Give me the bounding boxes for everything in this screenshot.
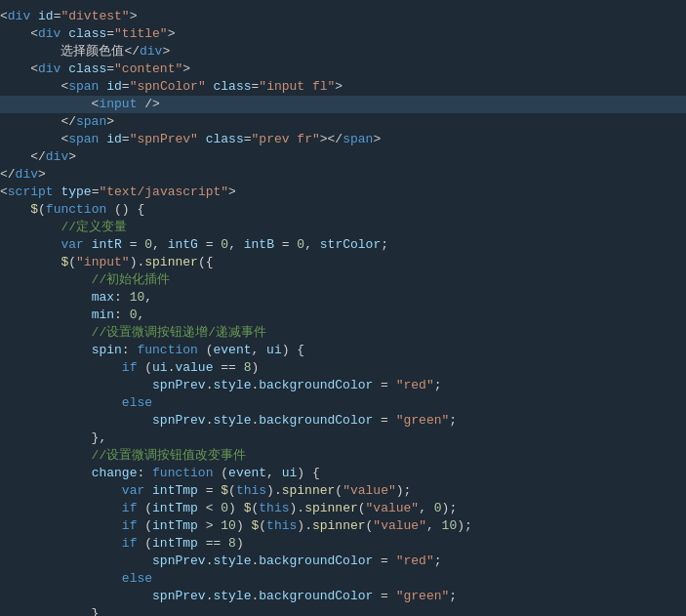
code-text: ( [228, 482, 236, 500]
code-line-12: $(function () { [0, 201, 686, 219]
code-text: style [213, 412, 251, 430]
code-line-15: $("input").spinner({ [0, 254, 686, 271]
code-text: . [206, 553, 214, 570]
code-text: backgroundColor [259, 377, 373, 394]
code-line-29: if (intTmp < 0) $(this).spinner("value",… [0, 500, 686, 517]
code-text: "spnPrev" [130, 131, 198, 148]
code-line-21: if (ui.value == 8) [0, 359, 686, 377]
code-text: style [213, 588, 251, 605]
code-text: id [106, 78, 122, 96]
code-text: = [122, 131, 130, 148]
code-text [206, 78, 214, 96]
code-text: , [137, 307, 144, 324]
code-text: /> [137, 96, 159, 113]
code-text: ui [152, 359, 168, 377]
code-text: this [259, 500, 289, 517]
code-text: = [252, 78, 260, 96]
code-text: = [92, 184, 100, 201]
code-text: ; [449, 412, 457, 430]
code-text [0, 289, 92, 307]
code-text: "green" [396, 412, 450, 430]
code-text: > [106, 113, 114, 131]
code-text: : [114, 289, 130, 307]
code-text: > [38, 166, 46, 184]
code-text: . [206, 377, 214, 394]
code-text: else [122, 570, 152, 588]
code-text: ({ [198, 254, 214, 271]
code-text: 选择颜色值</ [0, 43, 140, 61]
code-text: < [0, 96, 99, 113]
code-text: . [251, 412, 259, 430]
code-line-26: //设置微调按钮值改变事件 [0, 447, 686, 465]
code-text: ) [236, 517, 252, 535]
code-text: type [61, 184, 91, 201]
code-text: ( [137, 359, 152, 377]
code-text [30, 8, 38, 25]
code-text: "input" [76, 254, 130, 271]
code-text: 0 [434, 500, 442, 517]
code-text: < [0, 184, 8, 201]
code-text [198, 131, 206, 148]
code-text: "value" [373, 517, 426, 535]
code-text [0, 553, 152, 570]
code-text: "value" [343, 482, 396, 500]
code-text: intTmp [152, 500, 198, 517]
code-text: if [122, 517, 138, 535]
code-text: span [343, 131, 373, 148]
code-text: intTmp [152, 482, 198, 500]
code-text: ( [198, 342, 214, 359]
code-text: = [373, 377, 395, 394]
code-text: class [206, 131, 244, 148]
code-text: div [8, 8, 30, 25]
code-text: ( [335, 482, 343, 500]
code-line-2: <div class="title"> [0, 25, 686, 43]
code-text: 10 [221, 517, 236, 535]
code-line-33: else [0, 570, 686, 588]
code-text: ). [290, 500, 305, 517]
code-text: </ [0, 166, 16, 184]
code-text: 0 [297, 236, 304, 254]
code-text: ); [457, 517, 472, 535]
code-text: , [304, 236, 320, 254]
code-text [54, 184, 61, 201]
code-text: //初始化插件 [0, 271, 170, 289]
code-text: "spnColor" [130, 78, 206, 96]
code-text: ( [137, 517, 152, 535]
code-text: > [228, 184, 236, 201]
code-line-7: </span> [0, 113, 686, 131]
code-text [0, 377, 152, 394]
code-text: . [168, 359, 176, 377]
code-text [61, 25, 68, 43]
code-text: < [0, 78, 68, 96]
code-text: ) [228, 500, 244, 517]
code-text: ( [68, 254, 76, 271]
code-text: ui [266, 342, 282, 359]
code-line-18: min: 0, [0, 307, 686, 324]
code-text: = [198, 482, 221, 500]
code-text: this [236, 482, 266, 500]
code-text [0, 307, 92, 324]
code-text: style [213, 553, 251, 570]
code-container: <div id="divtest"> <div class="title"> 选… [0, 0, 686, 616]
code-text: class [68, 61, 106, 78]
code-line-17: max: 10, [0, 289, 686, 307]
code-text: < [0, 61, 38, 78]
code-text: > [68, 148, 76, 166]
code-text: span [68, 131, 99, 148]
code-line-32: spnPrev.style.backgroundColor = "red"; [0, 553, 686, 570]
code-text: : [114, 307, 130, 324]
code-text: , [228, 236, 244, 254]
code-text: span [68, 78, 99, 96]
code-text: div [140, 43, 162, 61]
code-text [0, 359, 122, 377]
code-text: < [0, 8, 8, 25]
code-text: change [92, 465, 138, 482]
code-line-14: var intR = 0, intG = 0, intB = 0, strCol… [0, 236, 686, 254]
code-text: . [251, 377, 259, 394]
code-text: 0 [221, 236, 228, 254]
code-text [0, 465, 92, 482]
code-text: if [122, 500, 138, 517]
code-text: spinner [304, 500, 358, 517]
code-text [0, 517, 122, 535]
code-text: 0 [144, 236, 152, 254]
